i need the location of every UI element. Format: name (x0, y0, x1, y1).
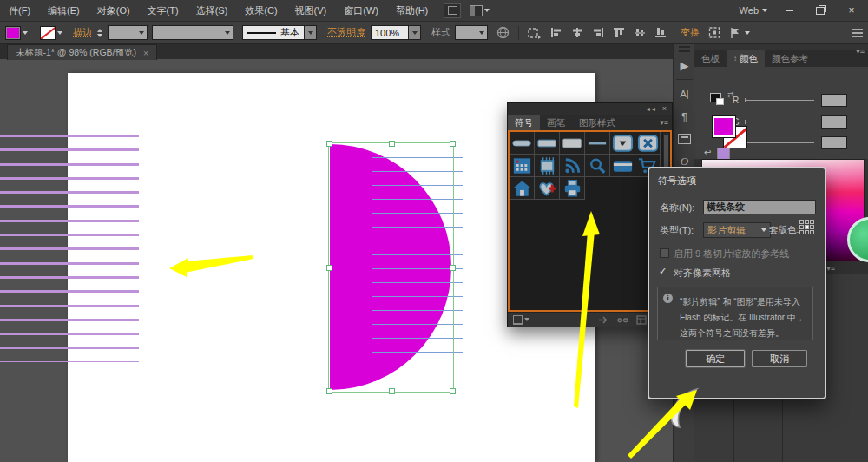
menu-help[interactable]: 帮助(H) (387, 0, 437, 21)
tab-brushes[interactable]: 画笔 (540, 115, 572, 130)
fill-proxy-swatch[interactable] (712, 116, 736, 138)
minimize-button[interactable] (779, 4, 799, 16)
menu-effect[interactable]: 效果(C) (236, 0, 286, 21)
collapse-control-panel-icon[interactable] (852, 29, 863, 37)
align-right-icon[interactable] (592, 27, 604, 38)
red-value-field[interactable] (821, 94, 847, 107)
bar-symbol[interactable] (510, 132, 535, 155)
selection-handle[interactable] (450, 388, 456, 394)
stroke-link[interactable]: 描边 (73, 26, 92, 39)
dropdown-symbol[interactable] (610, 132, 635, 155)
align-top-icon[interactable] (613, 27, 625, 38)
print-symbol[interactable] (560, 177, 585, 200)
align-left-icon[interactable] (550, 27, 562, 38)
bridge-icon[interactable] (444, 3, 461, 18)
health-symbol[interactable] (535, 177, 560, 200)
menu-view[interactable]: 视图(V) (286, 0, 336, 21)
align-center-icon[interactable] (571, 27, 583, 38)
striped-pattern-artwork[interactable] (0, 135, 139, 362)
opacity-link[interactable]: 不透明度 (327, 26, 365, 39)
menu-file[interactable]: 件(F) (0, 0, 39, 21)
selection-handle[interactable] (450, 265, 456, 271)
default-fill-stroke-icon[interactable] (710, 93, 721, 102)
calendar-symbol[interactable] (510, 155, 535, 177)
select-similar-icon[interactable] (729, 27, 750, 39)
home-symbol[interactable] (510, 177, 535, 200)
align-bottom-icon[interactable] (654, 27, 667, 38)
rule-symbol[interactable] (585, 132, 610, 155)
green-value-field[interactable] (821, 116, 847, 129)
red-slider[interactable] (745, 100, 814, 101)
document-setup-icon[interactable] (496, 26, 510, 39)
ok-button[interactable]: 确定 (686, 350, 745, 367)
workspace-switcher[interactable]: Web (740, 5, 767, 16)
tab-color-guide[interactable]: 颜色参考 (765, 50, 815, 67)
brush-definition-control[interactable]: 基本 (233, 25, 317, 40)
align-middle-icon[interactable] (634, 27, 646, 38)
stroke-none-swatch[interactable] (40, 26, 56, 40)
chip-symbol[interactable] (535, 155, 560, 177)
registration-point-selector[interactable] (799, 220, 814, 234)
dock-grip[interactable] (679, 50, 690, 52)
transform-link[interactable]: 变换 (681, 26, 700, 39)
restore-button[interactable] (811, 4, 830, 16)
collapse-panel-icon[interactable]: ◂◂ (647, 105, 657, 113)
close-panel-icon[interactable]: × (662, 104, 668, 113)
panel-menu-icon[interactable]: ▾≡ (660, 118, 668, 127)
style-dropdown[interactable] (455, 25, 488, 40)
bounding-box-icon[interactable] (708, 27, 720, 38)
break-link-icon[interactable] (617, 315, 628, 325)
enable-9-slice-checkbox[interactable] (660, 248, 669, 258)
rss-symbol[interactable] (560, 155, 585, 177)
selection-handle[interactable] (326, 265, 332, 271)
arrange-documents-icon[interactable] (470, 5, 490, 16)
symbol-options-icon[interactable] (636, 315, 647, 325)
tab-graphic-styles[interactable]: 图形样式 (572, 115, 622, 130)
tab-color[interactable]: ↕颜色 (727, 50, 765, 67)
menu-window[interactable]: 窗口(W) (335, 0, 387, 21)
dock-grip[interactable] (679, 46, 690, 48)
close-button[interactable]: × (842, 4, 861, 16)
green-slider[interactable] (745, 122, 814, 122)
stroke-color-control[interactable] (40, 26, 62, 40)
align-pixel-grid-checkbox[interactable]: ✓ (659, 266, 667, 277)
layers-panel-icon[interactable] (674, 128, 695, 150)
menu-object[interactable]: 对象(O) (89, 0, 139, 21)
tab-swatches[interactable]: 色板 (694, 50, 727, 67)
menu-select[interactable]: 选择(S) (187, 0, 237, 21)
character-panel-icon[interactable]: A| (674, 82, 695, 105)
last-color-icon[interactable]: ↩ (704, 148, 711, 157)
panel-menu-icon[interactable]: ▾≡ (826, 264, 835, 273)
paragraph-panel-icon[interactable]: ¶ (674, 105, 695, 128)
card-symbol[interactable] (610, 155, 635, 177)
symbol-name-input[interactable]: 横线条纹 (703, 200, 816, 214)
selection-handle[interactable] (326, 388, 332, 394)
selection-bounding-box[interactable] (328, 142, 454, 393)
symbols-panel-titlebar[interactable]: ◂◂× (508, 103, 672, 116)
stroke-weight-dropdown[interactable] (108, 25, 148, 40)
selection-handle[interactable] (326, 141, 332, 147)
place-symbol-instance-icon[interactable] (598, 315, 609, 325)
symbol-type-dropdown[interactable]: 影片剪辑 (703, 222, 771, 238)
tab-symbols[interactable]: 符号 (508, 115, 540, 130)
flash-panel-icon[interactable]: ▶ (674, 54, 695, 76)
button-symbol[interactable] (535, 132, 560, 155)
selection-handle[interactable] (450, 141, 456, 147)
variable-width-dropdown[interactable] (152, 25, 233, 40)
close-symbol[interactable] (635, 132, 661, 155)
chevron-down-icon[interactable] (409, 25, 421, 40)
symbol-libraries-menu-icon[interactable] (513, 315, 529, 325)
opacity-control[interactable]: 100% (365, 25, 421, 40)
fill-swatch[interactable] (5, 26, 21, 40)
cancel-button[interactable]: 取消 (752, 350, 807, 367)
blue-slider[interactable] (745, 142, 814, 143)
menu-edit[interactable]: 编辑(E) (39, 0, 89, 21)
selection-handle[interactable] (389, 388, 395, 394)
isolate-selected-icon[interactable] (528, 27, 542, 39)
stroke-weight-stepper[interactable] (95, 27, 103, 39)
panel-symbol[interactable] (560, 132, 585, 155)
search-symbol[interactable] (585, 155, 610, 177)
blue-value-field[interactable] (821, 136, 847, 149)
document-tab[interactable]: 未标题-1* @ 98% (RGB/预览) × (7, 44, 157, 60)
panel-menu-icon[interactable]: ▾≡ (856, 47, 865, 56)
